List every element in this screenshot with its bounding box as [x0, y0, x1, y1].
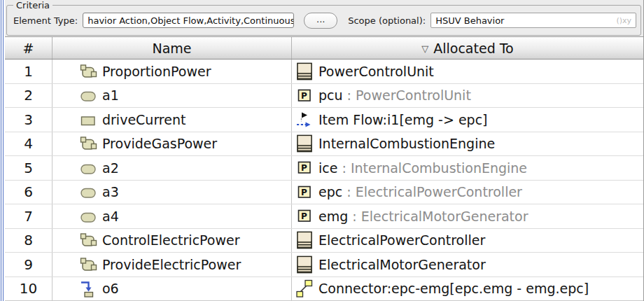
name-cell[interactable]: a3 — [52, 181, 292, 204]
allocated-cell[interactable]: Ppcu : PowerControlUnit — [292, 84, 643, 108]
name-cell[interactable]: a4 — [52, 204, 292, 228]
block-icon — [295, 134, 314, 153]
allocated-type-label: PowerControlUnit — [356, 88, 471, 103]
table-row[interactable]: 10o6Connector:epc-emg[epc.emg - emg.epc] — [5, 277, 643, 301]
action-icon — [79, 160, 97, 176]
activity-icon — [79, 256, 97, 273]
allocated-label: ElectricalPowerController — [318, 232, 485, 248]
column-header-name[interactable]: Name — [52, 37, 292, 59]
row-number-cell[interactable]: 5 — [5, 156, 52, 180]
svg-text:P: P — [301, 90, 307, 100]
column-header-allocated-label: Allocated To — [433, 41, 514, 56]
item-flow-icon — [295, 111, 314, 129]
block-icon — [295, 231, 314, 249]
table-row[interactable]: 4ProvideGasPowerInternalCombustionEngine — [5, 132, 643, 157]
element-type-label: Element Type: — [13, 15, 78, 26]
table-row[interactable]: 9ProvideElectricPowerElectricalMotorGene… — [5, 253, 643, 277]
object-flow-icon — [79, 279, 97, 298]
row-number-cell[interactable]: 4 — [5, 132, 52, 156]
allocated-type-label: InternalCombustionEngine — [351, 160, 527, 176]
activity-icon — [79, 135, 97, 152]
name-cell[interactable]: ProvideGasPower — [52, 132, 292, 156]
part-icon: P — [295, 88, 314, 103]
allocated-cell[interactable]: Item Flow:i1[emg -> epc] — [292, 108, 643, 132]
table-row[interactable]: 8ControlElectricPowerElectricalPowerCont… — [5, 229, 643, 253]
allocated-cell[interactable]: Connector:epc-emg[epc.emg - emg.epc] — [292, 277, 643, 301]
block-icon — [295, 62, 314, 80]
row-number-cell[interactable]: 7 — [5, 204, 52, 228]
action-icon — [79, 208, 97, 225]
allocated-cell[interactable]: Pepc : ElectricalPowerController — [292, 181, 643, 204]
name-cell[interactable]: a1 — [52, 84, 292, 108]
allocated-cell[interactable]: Pemg : ElectricalMotorGenerator — [292, 204, 643, 228]
name-cell[interactable]: ProvideElectricPower — [52, 253, 292, 276]
scope-syntax-hint: ()xy — [616, 16, 631, 25]
allocated-cell[interactable]: InternalCombustionEngine — [292, 132, 643, 156]
row-number-cell[interactable]: 1 — [5, 59, 52, 83]
element-type-input[interactable]: havior Action,Object Flow,Activity,Conti… — [83, 13, 294, 28]
row-number-cell[interactable]: 6 — [5, 181, 52, 204]
action-icon — [79, 87, 97, 104]
allocated-type-label: ElectricalPowerController — [356, 184, 522, 200]
criteria-panel: Criteria Element Type: havior Action,Obj… — [5, 0, 643, 36]
allocated-type-separator: : — [348, 209, 360, 224]
name-cell[interactable]: driveCurrent — [52, 108, 292, 132]
allocated-type-label: ElectricalMotorGenerator — [361, 209, 528, 224]
action-icon — [79, 183, 97, 200]
element-name-label: a2 — [102, 160, 119, 176]
column-header-number[interactable]: # — [5, 37, 52, 59]
element-name-label: a3 — [102, 184, 119, 200]
sort-descending-icon: ▽ — [421, 42, 428, 54]
allocated-type-separator: : — [343, 88, 356, 103]
column-header-name-label: Name — [152, 41, 191, 56]
table-row[interactable]: 2a1Ppcu : PowerControlUnit — [5, 84, 643, 108]
table-row[interactable]: 3driveCurrentItem Flow:i1[emg -> epc] — [5, 108, 643, 132]
table-row[interactable]: 7a4Pemg : ElectricalMotorGenerator — [5, 204, 643, 229]
activity-icon — [79, 63, 97, 80]
svg-text:P: P — [301, 187, 307, 197]
allocated-label: epc — [318, 184, 342, 200]
element-name-label: a1 — [102, 88, 119, 103]
svg-text:P: P — [301, 211, 307, 221]
scope-input[interactable]: HSUV Behavior ()xy — [430, 13, 636, 28]
allocated-label: Connector:epc-emg[epc.emg - emg.epc] — [318, 281, 589, 296]
scope-label: Scope (optional): — [348, 15, 426, 26]
table-header: # Name ▽ Allocated To — [5, 36, 643, 59]
name-cell[interactable]: a2 — [52, 156, 292, 180]
allocated-cell[interactable]: Pice : InternalCombustionEngine — [292, 156, 643, 180]
element-name-label: ControlElectricPower — [102, 232, 240, 248]
allocated-cell[interactable]: ElectricalPowerController — [292, 229, 643, 253]
allocated-cell[interactable]: PowerControlUnit — [292, 59, 643, 83]
table-body: 1ProportionPowerPowerControlUnit2a1Ppcu … — [5, 59, 643, 301]
name-cell[interactable]: ProportionPower — [52, 59, 292, 83]
allocated-label: PowerControlUnit — [318, 64, 434, 79]
name-cell[interactable]: ControlElectricPower — [52, 229, 292, 253]
allocated-cell[interactable]: ElectricalMotorGenerator — [292, 253, 643, 276]
row-number-cell[interactable]: 2 — [5, 84, 52, 108]
allocated-label: ice — [318, 160, 337, 176]
row-number-cell[interactable]: 3 — [5, 108, 52, 132]
element-type-browse-button[interactable]: ... — [304, 13, 337, 29]
row-number-cell[interactable]: 8 — [5, 229, 52, 253]
allocated-label: emg — [318, 209, 348, 224]
criteria-title: Criteria — [13, 1, 52, 10]
element-type-value: havior Action,Object Flow,Activity,Conti… — [88, 15, 294, 26]
criteria-row: Element Type: havior Action,Object Flow,… — [13, 12, 636, 29]
allocated-type-separator: : — [342, 184, 355, 200]
allocated-label: InternalCombustionEngine — [318, 136, 495, 151]
element-name-label: a4 — [102, 209, 119, 224]
part-icon: P — [295, 209, 314, 223]
block-icon — [295, 255, 314, 274]
allocated-label: ElectricalMotorGenerator — [318, 257, 486, 272]
allocation-table-window: Criteria Element Type: havior Action,Obj… — [0, 0, 644, 301]
connector-icon — [295, 279, 314, 298]
row-number-cell[interactable]: 10 — [5, 277, 52, 301]
table-row[interactable]: 6a3Pepc : ElectricalPowerController — [5, 181, 643, 205]
column-header-allocated[interactable]: ▽ Allocated To — [292, 37, 643, 59]
scope-value: HSUV Behavior — [435, 15, 504, 26]
part-icon: P — [295, 160, 314, 175]
row-number-cell[interactable]: 9 — [5, 253, 52, 276]
table-row[interactable]: 5a2Pice : InternalCombustionEngine — [5, 156, 643, 181]
table-row[interactable]: 1ProportionPowerPowerControlUnit — [5, 59, 643, 84]
name-cell[interactable]: o6 — [52, 277, 292, 301]
